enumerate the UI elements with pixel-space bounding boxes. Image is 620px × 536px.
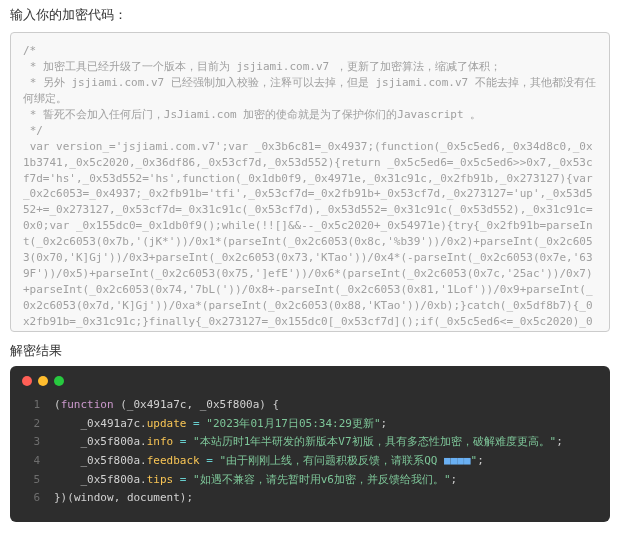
code-line: 1(function (_0x491a7c, _0x5f800a) { — [22, 396, 598, 415]
result-label: 解密结果 — [0, 340, 620, 366]
code-line: 2 _0x491a7c.update = "2023年01月17日05:34:2… — [22, 415, 598, 434]
code-lines: 1(function (_0x491a7c, _0x5f800a) {2 _0x… — [10, 392, 610, 522]
code-line: 3 _0x5f800a.info = "本站历时1年半研发的新版本V7初版，具有… — [22, 433, 598, 452]
line-number: 5 — [22, 471, 40, 490]
line-content: _0x5f800a.feedback = "由于刚刚上线，有问题积极反馈，请联系… — [54, 452, 484, 471]
decrypted-code-block: 1(function (_0x491a7c, _0x5f800a) {2 _0x… — [10, 366, 610, 522]
encrypted-code-input[interactable]: /* * 加密工具已经升级了一个版本，目前为 jsjiami.com.v7 ，更… — [10, 32, 610, 332]
input-label: 输入你的加密代码： — [0, 0, 620, 28]
line-number: 3 — [22, 433, 40, 452]
code-line: 4 _0x5f800a.feedback = "由于刚刚上线，有问题积极反馈，请… — [22, 452, 598, 471]
line-number: 1 — [22, 396, 40, 415]
line-content: _0x5f800a.tips = "如遇不兼容，请先暂时用v6加密，并反馈给我们… — [54, 471, 457, 490]
close-dot-icon — [22, 376, 32, 386]
line-number: 4 — [22, 452, 40, 471]
minimize-dot-icon — [38, 376, 48, 386]
line-number: 6 — [22, 489, 40, 508]
line-content: _0x5f800a.info = "本站历时1年半研发的新版本V7初版，具有多态… — [54, 433, 563, 452]
code-line: 5 _0x5f800a.tips = "如遇不兼容，请先暂时用v6加密，并反馈给… — [22, 471, 598, 490]
code-line: 6})(window, document); — [22, 489, 598, 508]
line-content: _0x491a7c.update = "2023年01月17日05:34:29更… — [54, 415, 387, 434]
line-content: (function (_0x491a7c, _0x5f800a) { — [54, 396, 279, 415]
maximize-dot-icon — [54, 376, 64, 386]
line-number: 2 — [22, 415, 40, 434]
encrypted-code-text: /* * 加密工具已经升级了一个版本，目前为 jsjiami.com.v7 ，更… — [23, 43, 597, 332]
line-content: })(window, document); — [54, 489, 193, 508]
window-controls — [10, 366, 610, 392]
